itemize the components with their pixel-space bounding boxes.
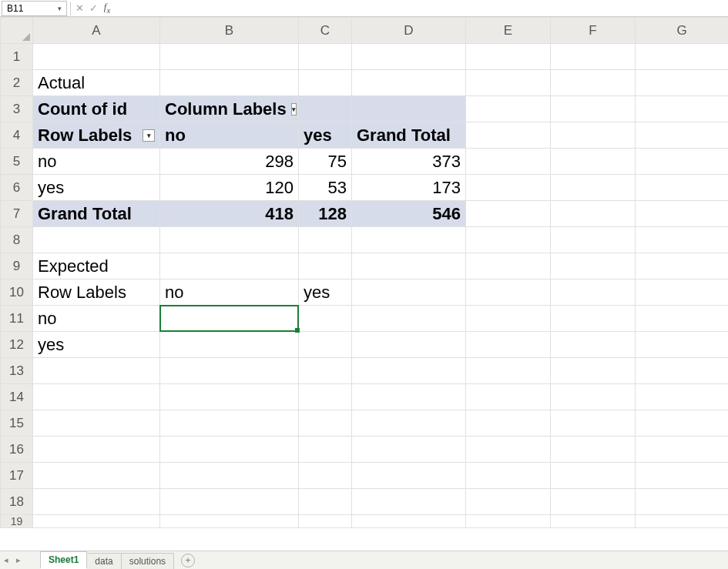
cell-D17[interactable] <box>352 463 466 489</box>
cell-B10[interactable]: no <box>160 279 299 306</box>
cell-E2[interactable] <box>466 70 551 96</box>
cell-G14[interactable] <box>636 384 729 410</box>
row-header-13[interactable]: 13 <box>1 358 33 384</box>
cell-B12[interactable] <box>160 332 299 358</box>
cell-A2[interactable]: Actual <box>33 70 160 96</box>
cell-E7[interactable] <box>466 201 551 227</box>
row-header-15[interactable]: 15 <box>1 410 33 437</box>
cancel-formula-icon[interactable]: ✕ <box>72 2 86 15</box>
row-header-18[interactable]: 18 <box>1 489 33 515</box>
cell-F8[interactable] <box>551 227 636 253</box>
row-header-17[interactable]: 17 <box>1 463 33 489</box>
row-header-10[interactable]: 10 <box>1 279 33 306</box>
cell-C8[interactable] <box>299 227 352 253</box>
cell-F1[interactable] <box>551 44 636 70</box>
cell-G18[interactable] <box>636 489 729 515</box>
cell-F11[interactable] <box>551 306 636 332</box>
cell-D12[interactable] <box>352 332 466 358</box>
cell-E14[interactable] <box>466 384 551 410</box>
cell-D10[interactable] <box>352 279 466 306</box>
cell-G17[interactable] <box>636 463 729 489</box>
column-header-A[interactable]: A <box>33 18 160 44</box>
sheet-tab-data[interactable]: data <box>86 553 121 569</box>
cell-D19[interactable] <box>352 515 466 528</box>
cell-F15[interactable] <box>551 410 636 437</box>
cell-D15[interactable] <box>352 410 466 437</box>
cell-C17[interactable] <box>299 463 352 489</box>
cell-G2[interactable] <box>636 70 729 96</box>
select-all-corner[interactable] <box>1 18 33 44</box>
add-sheet-button[interactable]: ＋ <box>181 554 195 567</box>
row-header-19[interactable]: 19 <box>1 515 33 528</box>
cell-C5[interactable]: 75 <box>299 149 352 175</box>
cell-A13[interactable] <box>33 358 160 384</box>
cell-A18[interactable] <box>33 489 160 515</box>
cell-E1[interactable] <box>466 44 551 70</box>
cell-D14[interactable] <box>352 384 466 410</box>
row-header-1[interactable]: 1 <box>1 44 33 70</box>
cell-B1[interactable] <box>160 44 299 70</box>
cell-C12[interactable] <box>299 332 352 358</box>
row-header-14[interactable]: 14 <box>1 384 33 410</box>
cell-F16[interactable] <box>551 437 636 463</box>
cell-A10[interactable]: Row Labels <box>33 279 160 306</box>
row-header-11[interactable]: 11 <box>1 306 33 332</box>
cell-D6[interactable]: 173 <box>352 175 466 201</box>
cell-E8[interactable] <box>466 227 551 253</box>
cell-C4[interactable]: yes <box>299 122 352 149</box>
row-header-16[interactable]: 16 <box>1 437 33 463</box>
cell-D16[interactable] <box>352 437 466 463</box>
cell-F19[interactable] <box>551 515 636 528</box>
accept-formula-icon[interactable]: ✓ <box>86 2 100 15</box>
cell-C18[interactable] <box>299 489 352 515</box>
cell-E4[interactable] <box>466 122 551 149</box>
pivot-filter-icon[interactable]: ▾ <box>291 103 297 115</box>
cell-F12[interactable] <box>551 332 636 358</box>
cell-B17[interactable] <box>160 463 299 489</box>
cell-B4[interactable]: no <box>160 122 299 149</box>
cell-G1[interactable] <box>636 44 729 70</box>
cell-F6[interactable] <box>551 175 636 201</box>
cell-D2[interactable] <box>352 70 466 96</box>
row-header-8[interactable]: 8 <box>1 227 33 253</box>
cell-B11[interactable] <box>160 306 299 332</box>
cell-D13[interactable] <box>352 358 466 384</box>
cell-A8[interactable] <box>33 227 160 253</box>
cell-A9[interactable]: Expected <box>33 253 160 279</box>
cell-E3[interactable] <box>466 96 551 122</box>
cell-A6[interactable]: yes <box>33 175 160 201</box>
cell-E13[interactable] <box>466 358 551 384</box>
cell-F14[interactable] <box>551 384 636 410</box>
cell-A4[interactable]: Row Labels▾ <box>33 122 160 149</box>
cell-D5[interactable]: 373 <box>352 149 466 175</box>
row-header-12[interactable]: 12 <box>1 332 33 358</box>
cell-F2[interactable] <box>551 70 636 96</box>
cell-D9[interactable] <box>352 253 466 279</box>
cell-C11[interactable] <box>299 306 352 332</box>
cell-B16[interactable] <box>160 437 299 463</box>
cell-F9[interactable] <box>551 253 636 279</box>
cell-C14[interactable] <box>299 384 352 410</box>
cell-E11[interactable] <box>466 306 551 332</box>
cell-C19[interactable] <box>299 515 352 528</box>
row-header-4[interactable]: 4 <box>1 122 33 149</box>
formula-input[interactable] <box>114 1 728 16</box>
cell-D11[interactable] <box>352 306 466 332</box>
cell-B19[interactable] <box>160 515 299 528</box>
cell-C1[interactable] <box>299 44 352 70</box>
cell-D18[interactable] <box>352 489 466 515</box>
cell-A17[interactable] <box>33 463 160 489</box>
column-header-D[interactable]: D <box>352 18 466 44</box>
cell-C6[interactable]: 53 <box>299 175 352 201</box>
cell-B2[interactable] <box>160 70 299 96</box>
cell-A15[interactable] <box>33 410 160 437</box>
row-header-5[interactable]: 5 <box>1 149 33 175</box>
cell-G12[interactable] <box>636 332 729 358</box>
cell-G9[interactable] <box>636 253 729 279</box>
tab-nav-next-icon[interactable]: ▸ <box>12 555 25 565</box>
cell-B18[interactable] <box>160 489 299 515</box>
cell-D8[interactable] <box>352 227 466 253</box>
cell-C10[interactable]: yes <box>299 279 352 306</box>
cell-F13[interactable] <box>551 358 636 384</box>
column-header-F[interactable]: F <box>551 18 636 44</box>
